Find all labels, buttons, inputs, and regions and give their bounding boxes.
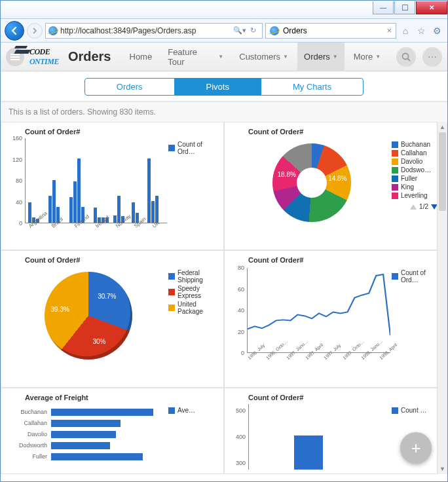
scroll-down-icon[interactable]: ▼ <box>438 464 447 474</box>
app-toolbar: CODE ONTIME Orders Home Feature Tour▼ Cu… <box>1 43 447 71</box>
arrow-right-icon <box>31 28 38 34</box>
app-logo: CODE ONTIME <box>29 47 59 67</box>
favorites-icon[interactable]: ☆ <box>415 24 428 37</box>
line-path <box>248 268 390 352</box>
browser-nav: http://localhost:3849/Pages/Orders.asp 🔍… <box>1 19 447 43</box>
back-button[interactable] <box>5 21 24 41</box>
caret-down-icon: ▼ <box>333 54 338 60</box>
tools-icon[interactable]: ⚙ <box>430 24 443 37</box>
tab-pivots[interactable]: Pivots <box>175 79 261 95</box>
pager-prev-icon[interactable] <box>410 204 417 210</box>
chart-title: Count of Order# <box>248 256 440 264</box>
slice-label: 18.8% <box>278 171 296 178</box>
x-axis: ArgentinaBrazilFinlandIrelandNorwaySpain… <box>25 225 167 242</box>
chart-panel-donut-employees[interactable]: Count of Order# 18.8% 14.8% Buchanan Cal… <box>224 122 447 250</box>
caret-down-icon: ▼ <box>283 54 288 60</box>
chart-title: Average of Freight <box>25 394 217 401</box>
x-axis: 1996, July1996, Octo…1997, Janu…1997, Ap… <box>247 354 390 379</box>
arrow-left-icon <box>10 26 19 35</box>
donut-chart: 18.8% 14.8% <box>272 143 351 222</box>
logo-text-bottom: ONTIME <box>29 57 59 67</box>
y-axis: BuchananCallahanDavolioDodsworthFuller <box>8 407 50 462</box>
chart-panel-bar-countries[interactable]: Count of Order# 16012080400 ArgentinaBra… <box>1 122 224 250</box>
bars-area <box>51 407 167 467</box>
bars-area <box>248 404 390 470</box>
menu-home[interactable]: Home <box>123 43 159 71</box>
search-dropdown-icon[interactable]: 🔍▾ <box>233 26 246 35</box>
menu-customers[interactable]: Customers▼ <box>233 43 295 71</box>
menu-orders[interactable]: Orders▼ <box>297 43 345 71</box>
minimize-button[interactable]: — <box>373 1 394 14</box>
browser-tab[interactable]: Orders × <box>265 23 396 39</box>
search-button[interactable] <box>396 47 416 67</box>
ie-icon <box>270 26 279 35</box>
slice-label: 30.7% <box>98 293 116 300</box>
tab-orders[interactable]: Orders <box>85 79 175 95</box>
slice-label: 14.8% <box>328 175 346 182</box>
chart-legend: Federal Shipping Speedy Express United P… <box>168 267 217 379</box>
caret-down-icon: ▼ <box>218 54 223 60</box>
y-axis: 16012080400 <box>8 138 24 223</box>
view-tabs: Orders Pivots My Charts <box>1 71 447 101</box>
chart-title: Count of Order# <box>25 256 217 264</box>
home-icon[interactable]: ⌂ <box>399 24 412 37</box>
pie-chart: 30.7% 30% 39.3% <box>45 272 132 360</box>
page-title: Orders <box>68 49 111 64</box>
maximize-button[interactable]: ☐ <box>394 1 415 14</box>
svg-point-0 <box>403 53 409 59</box>
menu-feature-tour[interactable]: Feature Tour▼ <box>161 43 230 71</box>
y-axis: 806040200 <box>231 268 246 353</box>
tab-title: Orders <box>283 26 383 35</box>
caret-down-icon: ▼ <box>375 54 381 60</box>
chart-title: Count of Order# <box>248 128 440 136</box>
legend-pager[interactable]: 1/2 <box>392 203 440 210</box>
scroll-thumb[interactable] <box>439 132 446 211</box>
line-area <box>247 268 390 353</box>
tab-close-icon[interactable]: × <box>386 26 392 35</box>
slice-label: 39.3% <box>51 306 69 313</box>
chart-panel-line-time[interactable]: Count of Order# 806040200 1996, July1996… <box>224 250 447 388</box>
search-icon <box>401 52 411 62</box>
slice-label: 30% <box>92 338 105 345</box>
refresh-icon[interactable]: ↻ <box>246 26 259 35</box>
pager-text: 1/2 <box>419 203 428 210</box>
chart-legend: Buchanan Callahan Davolio Dodswo… Fuller… <box>392 138 440 242</box>
address-bar[interactable]: http://localhost:3849/Pages/Orders.asp 🔍… <box>45 23 263 39</box>
chart-legend: Count of Ord… <box>392 267 440 379</box>
y-axis: 500 400 300 <box>231 404 247 470</box>
add-fab-button[interactable]: + <box>400 432 432 464</box>
chart-title: Count of Order# <box>248 394 440 401</box>
logo-text-top: CODE <box>29 47 59 57</box>
menu-more[interactable]: More▼ <box>347 43 388 71</box>
chart-panel-pie-shippers[interactable]: Count of Order# 30.7% 30% 39.3% Federal … <box>1 250 224 388</box>
url-text: http://localhost:3849/Pages/Orders.asp <box>60 26 233 35</box>
scroll-up-icon[interactable]: ▲ <box>438 122 447 132</box>
tab-my-charts[interactable]: My Charts <box>261 79 363 95</box>
ie-icon <box>48 26 58 35</box>
chart-legend: Ave… <box>168 404 217 470</box>
bars-area <box>25 138 167 223</box>
chart-panel-hbar-freight[interactable]: Average of Freight BuchananCallahanDavol… <box>1 388 224 474</box>
close-button[interactable]: ✕ <box>416 1 447 14</box>
vertical-scrollbar[interactable]: ▲ ▼ <box>437 122 447 474</box>
status-text: This is a list of orders. Showing 830 it… <box>1 102 447 122</box>
plus-icon: + <box>411 438 420 458</box>
window-titlebar: — ☐ ✕ <box>1 1 447 19</box>
dashboard-scroll: Count of Order# 16012080400 ArgentinaBra… <box>1 122 447 474</box>
dashboard-grid: Count of Order# 16012080400 ArgentinaBra… <box>1 122 447 474</box>
chart-legend: Count of Ord… <box>168 138 217 242</box>
chart-title: Count of Order# <box>25 128 217 136</box>
svg-line-1 <box>408 58 411 61</box>
forward-button[interactable] <box>27 23 43 39</box>
more-options-button[interactable]: ⋯ <box>422 47 442 67</box>
tab-strip: Orders Pivots My Charts <box>84 78 364 96</box>
